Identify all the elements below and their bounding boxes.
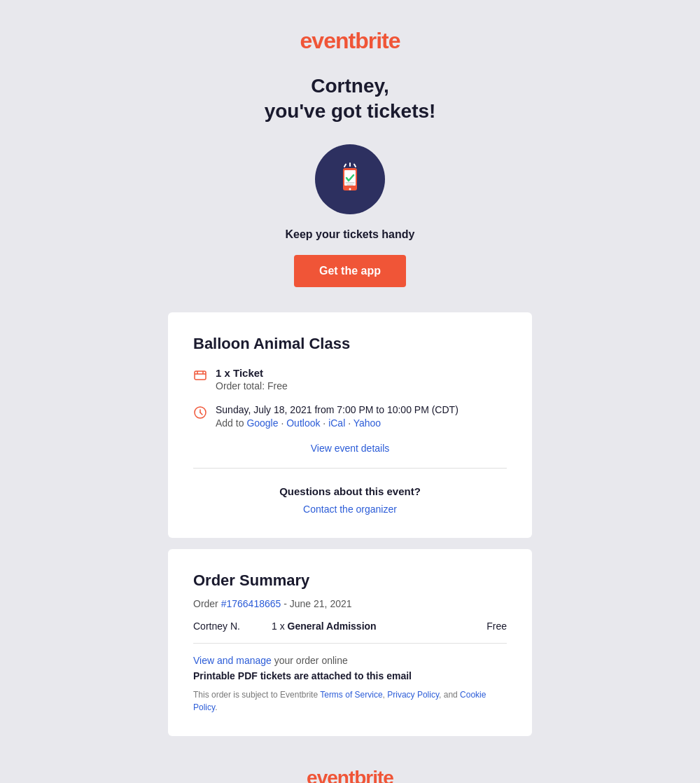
event-title: Balloon Animal Class [193,335,507,353]
svg-rect-8 [195,371,206,380]
customer-name: Cortney N. [193,621,263,632]
view-event-details-link[interactable]: View event details [193,443,507,454]
order-divider [193,643,507,644]
contact-organizer-link[interactable]: Contact the organizer [303,504,397,515]
keep-handy-label: Keep your tickets handy [286,228,415,241]
order-summary-title: Order Summary [193,571,507,590]
phone-circle [315,144,385,214]
ticket-info: 1 x Ticket Order total: Free [216,367,288,392]
svg-point-7 [349,188,351,190]
get-app-button[interactable]: Get the app [294,255,406,287]
phone-icon-container [315,144,385,214]
add-to-calendar: Add to Google · Outlook · iCal · Yahoo [216,417,458,429]
footer-logo: eventbrite [307,767,393,783]
terms-text: This order is subject to Eventbrite Term… [193,688,507,714]
ticket-price: Free [486,621,507,632]
terms-of-service-link[interactable]: Terms of Service [320,690,382,700]
ticket-total: Order total: Free [216,380,288,392]
event-card: Balloon Animal Class 1 x Ticket Order to… [168,312,532,538]
privacy-policy-link[interactable]: Privacy Policy [387,690,439,700]
add-google-cal[interactable]: Google [246,417,278,429]
order-summary-card: Order Summary Order #1766418665 - June 2… [168,549,532,736]
ticket-label: 1 x Ticket [216,367,288,379]
order-meta: Order #1766418665 - June 21, 2021 [193,598,507,609]
manage-link-row: View and manage your order online [193,655,507,666]
headline: Cortney, you've got tickets! [265,74,436,125]
ticket-desc: 1 x General Admission [272,621,478,632]
eventbrite-logo-text: eventbrite [300,28,400,53]
clock-icon [193,406,207,422]
printable-note: Printable PDF tickets are attached to th… [193,670,507,681]
date-text: Sunday, July 18, 2021 from 7:00 PM to 10… [216,404,458,415]
questions-section: Questions about this event? Contact the … [193,480,507,515]
svg-line-1 [344,164,346,167]
view-manage-link[interactable]: View and manage [193,655,272,666]
header-logo: eventbrite [300,28,400,54]
phone-illustration [330,159,370,200]
order-number-link[interactable]: #1766418665 [221,598,281,609]
add-ical-cal[interactable]: iCal [328,417,345,429]
ticket-icon [193,368,207,385]
questions-title: Questions about this event? [193,485,507,497]
add-yahoo-cal[interactable]: Yahoo [354,417,381,429]
date-row: Sunday, July 18, 2021 from 7:00 PM to 10… [193,404,507,429]
footer: eventbrite [307,767,393,783]
date-info: Sunday, July 18, 2021 from 7:00 PM to 10… [216,404,458,429]
svg-line-2 [354,164,356,167]
svg-line-14 [200,413,202,415]
ticket-row: 1 x Ticket Order total: Free [193,367,507,392]
add-outlook-cal[interactable]: Outlook [286,417,320,429]
headline-text: Cortney, you've got tickets! [265,74,436,125]
order-line: Cortney N. 1 x General Admission Free [193,621,507,632]
card-divider [193,468,507,469]
